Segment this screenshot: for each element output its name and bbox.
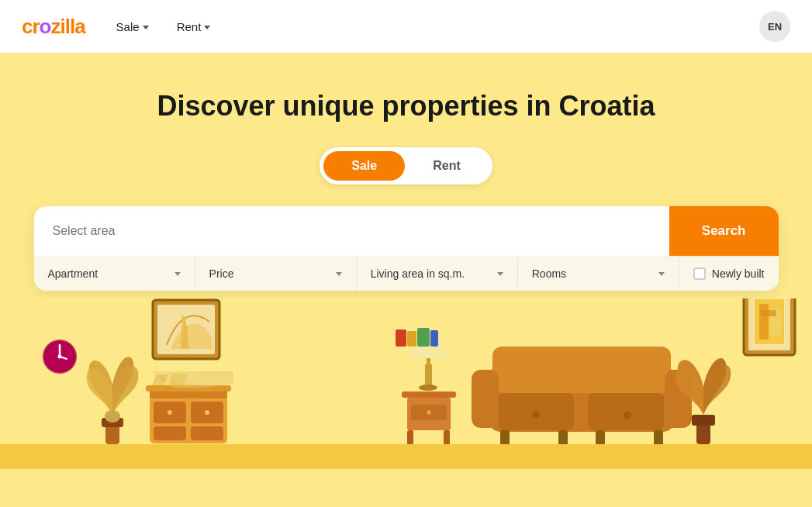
filter-type-chevron-icon [174,272,181,276]
svg-rect-22 [427,358,430,364]
svg-rect-30 [444,430,450,446]
filter-price-chevron-icon [336,272,342,276]
filter-area-dropdown[interactable]: Living area in sq.m. [357,257,518,291]
svg-rect-42 [558,430,568,446]
svg-rect-33 [417,328,430,347]
books-icon [396,326,438,348]
svg-rect-25 [402,391,456,398]
clock-icon [40,337,79,376]
newly-built-filter[interactable]: Newly built [679,257,779,291]
svg-rect-53 [759,304,769,340]
filter-area-label: Living area in sq.m. [371,267,465,280]
rent-chevron-icon [204,26,210,29]
svg-rect-41 [500,430,510,446]
nav-sale-label: Sale [116,20,140,33]
filter-row: Apartment Price Living area in sq.m. Roo… [34,256,779,291]
floor-decoration [0,444,812,469]
filter-price-label: Price [209,267,234,280]
rent-toggle-button[interactable]: Rent [405,151,489,181]
nav-sale[interactable]: Sale [110,17,155,36]
filter-type-label: Apartment [48,267,98,280]
sale-rent-toggle: Sale Rent [320,147,492,185]
armchair-small-icon [152,371,233,449]
nav-rent-label: Rent [177,20,202,33]
sale-toggle-button[interactable]: Sale [323,151,405,181]
sale-chevron-icon [143,26,149,29]
svg-point-45 [532,411,540,419]
svg-rect-23 [425,364,432,388]
svg-rect-39 [472,370,499,428]
hero-illustration [0,298,812,469]
nav-rent[interactable]: Rent [171,17,217,36]
painting-left-icon [151,298,221,360]
svg-rect-48 [692,415,715,426]
svg-rect-36 [492,347,671,393]
filter-rooms-chevron-icon [658,272,665,276]
newly-built-label: Newly built [712,267,765,280]
newly-built-checkbox[interactable] [693,267,706,280]
filter-price-dropdown[interactable]: Price [195,257,357,291]
search-top-row: Search [34,206,779,256]
hero-title: Discover unique properties in Croatia [16,90,796,122]
svg-rect-29 [407,430,413,446]
sofa-icon [465,323,698,447]
painting-right-icon [742,298,796,357]
navbar: crozilla Sale Rent EN [0,0,812,53]
search-container: Search Apartment Price Living area in sq… [34,206,779,291]
hero-section: Discover unique properties in Croatia Sa… [0,53,812,291]
svg-rect-31 [396,329,406,347]
svg-rect-43 [596,430,605,446]
search-button[interactable]: Search [669,206,779,256]
filter-rooms-label: Rooms [532,267,566,280]
plant-right-icon [669,323,738,447]
svg-rect-34 [430,330,438,347]
svg-point-46 [624,411,631,419]
logo[interactable]: crozilla [22,15,85,39]
filter-area-chevron-icon [497,272,503,276]
svg-rect-47 [696,422,710,444]
language-button[interactable]: EN [759,11,790,42]
search-input[interactable] [34,207,669,255]
svg-point-24 [419,385,437,391]
filter-rooms-dropdown[interactable]: Rooms [518,257,679,291]
svg-point-28 [427,410,431,415]
svg-point-5 [58,355,62,359]
svg-rect-32 [407,331,416,347]
filter-type-dropdown[interactable]: Apartment [34,257,195,291]
svg-rect-55 [761,310,776,316]
plant-left-icon [78,323,147,447]
svg-rect-44 [654,430,663,446]
